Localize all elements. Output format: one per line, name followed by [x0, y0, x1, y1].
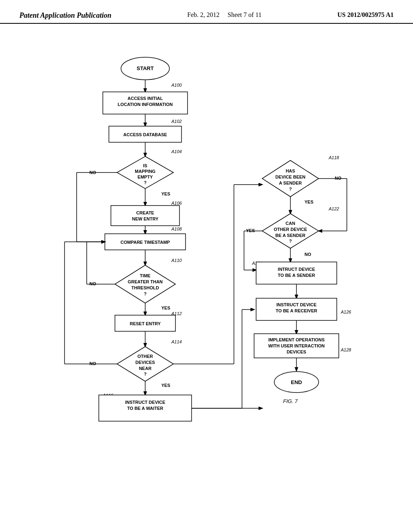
svg-text:A122: A122 [328, 206, 339, 211]
svg-text:NO: NO [305, 252, 311, 257]
svg-text:START: START [137, 65, 154, 71]
svg-text:TO BE A WAITER: TO BE A WAITER [127, 406, 163, 411]
svg-text:TO BE A SENDER: TO BE A SENDER [278, 273, 315, 278]
svg-text:YES: YES [161, 305, 170, 310]
svg-text:?: ? [144, 291, 147, 296]
svg-text:RESET ENTRY: RESET ENTRY [130, 321, 161, 326]
svg-text:OTHER DEVICE: OTHER DEVICE [274, 227, 307, 232]
svg-text:TIME: TIME [140, 273, 150, 278]
svg-text:A118: A118 [328, 155, 340, 160]
svg-text:FIG. 7: FIG. 7 [283, 398, 298, 404]
svg-text:ACCESS DATABASE: ACCESS DATABASE [123, 132, 167, 137]
svg-text:NEW ENTRY: NEW ENTRY [132, 216, 159, 221]
publication-date: Feb. 2, 2012 [187, 11, 219, 18]
sheet-number: Sheet 7 of 11 [227, 11, 261, 18]
svg-text:CAN: CAN [286, 221, 295, 226]
svg-marker-34 [115, 265, 175, 303]
svg-text:INSTRUCT DEVICE: INSTRUCT DEVICE [125, 400, 165, 405]
svg-text:IS: IS [143, 163, 147, 168]
svg-text:A102: A102 [171, 119, 182, 124]
svg-text:MAPPING: MAPPING [135, 169, 155, 174]
svg-text:END: END [291, 379, 302, 385]
svg-text:LOCATION INFORMATION: LOCATION INFORMATION [118, 102, 173, 107]
svg-text:DEVICES: DEVICES [287, 349, 306, 354]
svg-text:OTHER: OTHER [138, 354, 153, 359]
svg-text:A114: A114 [171, 339, 182, 344]
svg-text:YES: YES [161, 383, 170, 388]
svg-text:?: ? [289, 187, 292, 191]
header-date-sheet: Feb. 2, 2012 Sheet 7 of 11 [187, 11, 261, 19]
svg-text:YES: YES [161, 191, 170, 196]
svg-text:A SENDER: A SENDER [279, 181, 302, 185]
svg-text:TO BE A RECEIVER: TO BE A RECEIVER [276, 308, 317, 313]
svg-text:CREATE: CREATE [136, 210, 154, 215]
svg-text:BE A SENDER: BE A SENDER [275, 233, 305, 238]
svg-text:?: ? [144, 180, 147, 185]
svg-text:INTRUCT DEVICE: INTRUCT DEVICE [278, 267, 315, 272]
svg-text:COMPARE TIMESTAMP: COMPARE TIMESTAMP [121, 240, 170, 245]
patent-number: US 2012/0025975 A1 [337, 11, 394, 19]
svg-text:A128: A128 [340, 347, 352, 352]
svg-text:A126: A126 [340, 310, 352, 314]
publication-title: Patent Application Publication [19, 11, 111, 20]
svg-text:YES: YES [246, 228, 255, 233]
svg-text:IMPLEMENT OPERATIONS: IMPLEMENT OPERATIONS [268, 337, 325, 342]
svg-text:DEVICE BEEN: DEVICE BEEN [275, 175, 306, 179]
svg-text:ACCESS INITIAL: ACCESS INITIAL [127, 96, 163, 101]
svg-text:?: ? [144, 372, 147, 376]
svg-text:GREATER THAN: GREATER THAN [128, 279, 163, 284]
svg-text:NEAR: NEAR [139, 366, 151, 371]
svg-text:NO: NO [90, 361, 96, 366]
svg-text:HAS: HAS [286, 168, 295, 173]
svg-text:A100: A100 [171, 83, 182, 87]
svg-text:EMPTY: EMPTY [138, 175, 153, 179]
flowchart-diagram: START A100 ACCESS INITIAL LOCATION INFOR… [24, 44, 387, 512]
svg-text:A110: A110 [171, 258, 182, 263]
svg-text:THRESHOLD: THRESHOLD [131, 285, 159, 290]
svg-text:NO: NO [335, 176, 342, 181]
svg-text:A108: A108 [171, 227, 182, 231]
svg-text:WITH USER INTERACTION: WITH USER INTERACTION [268, 343, 325, 348]
svg-text:A104: A104 [171, 149, 182, 154]
svg-text:YES: YES [305, 200, 313, 204]
svg-rect-25 [111, 206, 179, 226]
svg-text:?: ? [289, 239, 292, 243]
svg-text:NO: NO [90, 281, 96, 286]
page-header: Patent Application Publication Feb. 2, 2… [0, 0, 413, 24]
svg-text:A106: A106 [171, 201, 182, 206]
svg-text:INSTRUCT DEVICE: INSTRUCT DEVICE [276, 302, 317, 307]
svg-text:DEVICES: DEVICES [136, 360, 155, 365]
